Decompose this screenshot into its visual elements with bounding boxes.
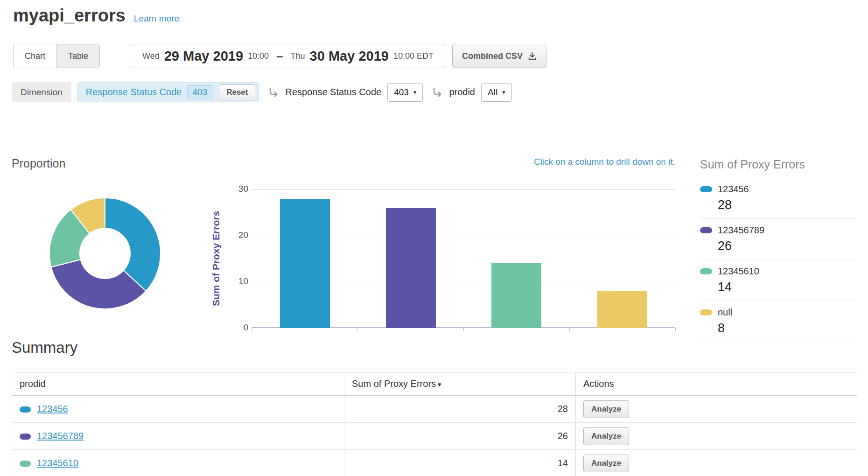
bar-column-null[interactable] — [597, 291, 647, 328]
tab-table[interactable]: Table — [56, 44, 99, 68]
combined-csv-button[interactable]: Combined CSV — [452, 44, 546, 68]
bar-column-12345610[interactable] — [491, 263, 541, 328]
legend-swatch-icon — [700, 186, 712, 192]
x-axis-tick — [252, 328, 252, 331]
legend-item: 12345628 — [700, 178, 857, 219]
legend-value: 14 — [718, 280, 857, 294]
combined-csv-label: Combined CSV — [462, 51, 523, 61]
sum-column-label: Sum of Proxy Errors — [352, 378, 436, 389]
view-toggle: Chart Table — [13, 44, 100, 68]
toolbar: Chart Table Wed 29 May 2019 10:00 – Thu … — [13, 44, 546, 68]
sort-desc-icon: ▾ — [438, 380, 441, 388]
x-axis-tick — [569, 328, 570, 331]
summary-table: prodid Sum of Proxy Errors▾ Actions 1234… — [12, 372, 857, 476]
table-row: 12345628Analyze — [12, 396, 857, 423]
drilldown-arrow-icon — [432, 87, 443, 98]
chart-legend: Sum of Proxy Errors 12345628123456789261… — [700, 158, 857, 342]
y-tick-label: 30 — [219, 184, 248, 194]
legend-label: 123456789 — [718, 225, 764, 236]
active-filter-chip[interactable]: Response Status Code 403 Reset — [77, 82, 259, 102]
legend-value: 8 — [718, 321, 857, 336]
chevron-down-icon: ▾ — [502, 89, 505, 96]
y-tick-label: 20 — [219, 230, 248, 240]
dimension-label: Dimension — [12, 82, 71, 102]
drilldown-prodid-label: prodid — [449, 87, 475, 98]
download-icon — [528, 52, 537, 61]
analyze-button[interactable]: Analyze — [583, 427, 629, 445]
summary-heading: Summary — [12, 339, 77, 357]
status-code-dropdown[interactable]: 403 ▾ — [387, 83, 423, 102]
bar-chart — [252, 189, 675, 328]
reset-button[interactable]: Reset — [219, 84, 255, 100]
legend-label: 12345610 — [718, 266, 759, 277]
learn-more-link[interactable]: Learn more — [134, 14, 179, 24]
status-code-dropdown-value: 403 — [394, 87, 409, 98]
legend-item: null8 — [700, 301, 857, 342]
prodid-column-label: prodid — [20, 378, 46, 389]
legend-item: 1234561014 — [700, 260, 857, 301]
drilldown-arrow-icon — [268, 87, 279, 98]
page-title: myapi_errors — [13, 6, 126, 26]
table-row: 1234561014Analyze — [12, 450, 857, 476]
prodid-column-header: prodid — [12, 372, 344, 396]
bar-column-123456[interactable] — [280, 199, 330, 328]
end-weekday: Thu — [291, 51, 305, 61]
page-header: myapi_errors Learn more — [13, 6, 179, 26]
analyze-button[interactable]: Analyze — [583, 400, 629, 418]
analyze-button[interactable]: Analyze — [583, 455, 629, 472]
date-range-separator: – — [276, 49, 283, 63]
row-swatch-icon — [20, 406, 31, 413]
sum-column-header[interactable]: Sum of Proxy Errors▾ — [344, 372, 576, 396]
x-axis-tick — [463, 328, 464, 331]
chevron-down-icon: ▾ — [413, 89, 417, 96]
legend-swatch-icon — [700, 227, 712, 233]
legend-title: Sum of Proxy Errors — [700, 158, 857, 171]
x-axis-tick — [675, 328, 676, 331]
y-tick-label: 10 — [219, 276, 248, 287]
proportion-donut-chart — [12, 171, 198, 329]
drilldown-status-code-label: Response Status Code — [285, 87, 381, 98]
start-date: 29 May 2019 — [164, 49, 243, 64]
active-filter-label: Response Status Code — [86, 87, 182, 98]
legend-swatch-icon — [700, 268, 712, 274]
prodid-dropdown[interactable]: All ▾ — [481, 83, 512, 102]
sum-value-cell: 28 — [344, 396, 576, 423]
tab-chart[interactable]: Chart — [14, 44, 56, 68]
actions-column-header: Actions — [576, 372, 857, 396]
legend-swatch-icon — [700, 309, 712, 315]
x-axis-tick — [357, 328, 358, 331]
legend-label: null — [718, 307, 732, 318]
legend-value: 26 — [718, 239, 857, 253]
date-range-picker[interactable]: Wed 29 May 2019 10:00 – Thu 30 May 2019 … — [130, 44, 446, 68]
start-weekday: Wed — [142, 51, 160, 61]
table-header-row: prodid Sum of Proxy Errors▾ Actions — [12, 372, 857, 396]
active-filter-value: 403 — [187, 85, 212, 99]
prodid-link[interactable]: 123456 — [37, 404, 68, 414]
actions-column-label: Actions — [583, 378, 614, 389]
bar-column-123456789[interactable] — [386, 208, 436, 328]
table-row: 12345678926Analyze — [12, 423, 857, 450]
drilldown-hint: Click on a column to drill down on it. — [439, 157, 675, 167]
legend-items: 12345628123456789261234561014null8 — [700, 178, 857, 342]
prodid-link[interactable]: 123456789 — [37, 431, 84, 441]
end-time: 10:00 EDT — [393, 51, 434, 61]
sum-value-cell: 26 — [344, 423, 576, 450]
end-date: 30 May 2019 — [310, 49, 389, 64]
gridline — [252, 189, 675, 190]
legend-item: 12345678926 — [700, 219, 857, 260]
prodid-dropdown-value: All — [488, 87, 497, 98]
legend-label: 123456 — [718, 184, 749, 195]
proportion-label: Proportion — [12, 157, 65, 170]
prodid-link[interactable]: 12345610 — [37, 458, 78, 468]
filter-bar: Dimension Response Status Code 403 Reset… — [12, 82, 512, 102]
start-time: 10:00 — [248, 51, 269, 61]
sum-value-cell: 14 — [344, 450, 576, 476]
y-axis-ticks: 0102030 — [219, 189, 248, 328]
legend-value: 28 — [718, 198, 857, 212]
row-swatch-icon — [20, 461, 31, 467]
y-tick-label: 0 — [219, 322, 248, 333]
row-swatch-icon — [20, 434, 31, 440]
